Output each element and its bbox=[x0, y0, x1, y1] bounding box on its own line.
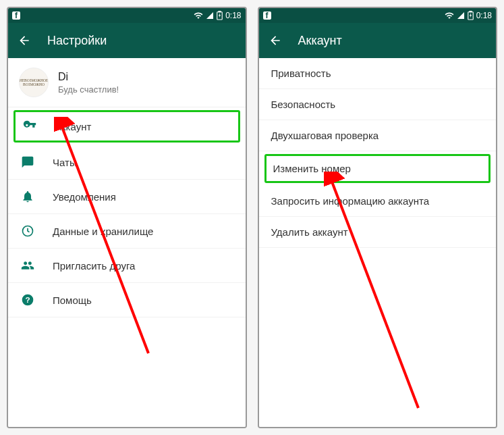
list-item-request-info[interactable]: Запросить информацию аккаунта bbox=[259, 186, 497, 217]
signal-icon bbox=[206, 11, 214, 20]
signal-icon bbox=[457, 11, 465, 20]
list-item-change-number[interactable]: Изменить номер bbox=[264, 154, 491, 183]
page-title: Аккаунт bbox=[298, 34, 342, 48]
battery-icon bbox=[217, 11, 223, 20]
list-item-privacy[interactable]: Приватность bbox=[259, 58, 497, 89]
menu-item-account[interactable]: Аккаунт bbox=[13, 110, 240, 143]
page-title: Настройки bbox=[47, 34, 107, 48]
svg-rect-1 bbox=[219, 11, 221, 12]
menu-item-data[interactable]: Данные и хранилище bbox=[8, 214, 246, 249]
menu-label: Уведомления bbox=[53, 191, 116, 203]
svg-rect-7 bbox=[470, 11, 472, 12]
menu-item-notifications[interactable]: Уведомления bbox=[8, 180, 246, 214]
back-icon[interactable] bbox=[18, 34, 31, 47]
status-time: 0:18 bbox=[476, 11, 492, 20]
profile-row[interactable]: НЕВОЗМОЖНОЕ ВОЗМОЖНО Di Будь счастлив! bbox=[8, 58, 246, 107]
status-bar: f 0:18 bbox=[259, 8, 497, 23]
menu-item-invite[interactable]: Пригласить друга bbox=[8, 249, 246, 283]
wifi-icon bbox=[194, 11, 203, 20]
menu-label: Аккаунт bbox=[55, 121, 91, 132]
profile-status: Будь счастлив! bbox=[58, 84, 119, 95]
wifi-icon bbox=[445, 11, 454, 20]
list-item-delete[interactable]: Удалить аккаунт bbox=[259, 217, 497, 248]
list-item-security[interactable]: Безопасность bbox=[259, 89, 497, 120]
avatar: НЕВОЗМОЖНОЕ ВОЗМОЖНО bbox=[19, 68, 49, 97]
back-icon[interactable] bbox=[269, 34, 282, 47]
status-bar: f 0:18 bbox=[8, 8, 246, 23]
settings-content: НЕВОЗМОЖНОЕ ВОЗМОЖНО Di Будь счастлив! А… bbox=[8, 58, 246, 427]
list-item-twostep[interactable]: Двухшаговая проверка bbox=[259, 120, 497, 151]
menu-label: Данные и хранилище bbox=[53, 226, 153, 237]
help-icon: ? bbox=[20, 292, 35, 307]
phone-right: f 0:18 Аккаунт Приватность Безопасность … bbox=[258, 7, 498, 428]
people-icon bbox=[20, 258, 35, 273]
facebook-icon: f bbox=[12, 11, 20, 20]
key-icon bbox=[22, 119, 37, 134]
svg-text:?: ? bbox=[25, 295, 30, 304]
menu-label: Помощь bbox=[53, 295, 92, 306]
data-icon bbox=[20, 224, 35, 238]
phone-left: f 0:18 Настройки НЕВОЗМОЖНОЕ ВОЗМОЖНО Di… bbox=[7, 7, 247, 428]
account-content: Приватность Безопасность Двухшаговая про… bbox=[259, 58, 497, 427]
bell-icon bbox=[20, 189, 35, 204]
menu-label: Пригласить друга bbox=[53, 260, 135, 272]
profile-name: Di bbox=[58, 71, 119, 83]
menu-item-help[interactable]: ? Помощь bbox=[8, 283, 246, 317]
app-bar-right: Аккаунт bbox=[259, 23, 497, 58]
facebook-icon: f bbox=[263, 11, 271, 20]
app-bar-left: Настройки bbox=[8, 23, 246, 58]
menu-label: Чаты bbox=[53, 157, 77, 168]
status-time: 0:18 bbox=[225, 11, 241, 20]
battery-icon bbox=[468, 11, 474, 20]
menu-item-chats[interactable]: Чаты bbox=[8, 145, 246, 180]
chat-icon bbox=[20, 155, 35, 170]
